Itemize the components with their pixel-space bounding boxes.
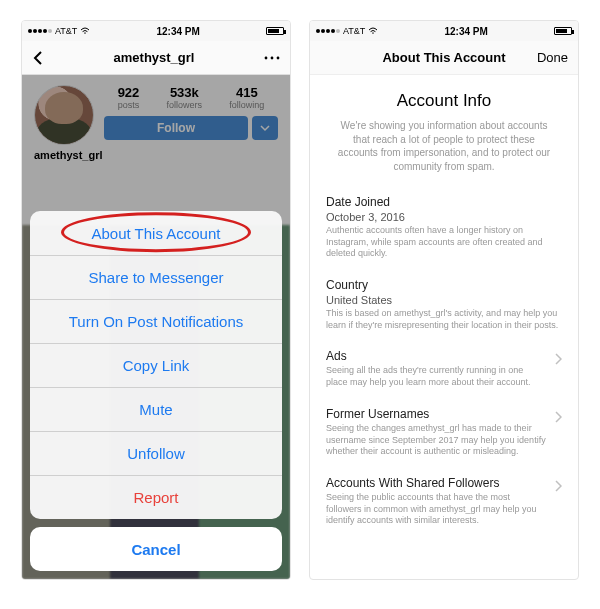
sheet-copy-link[interactable]: Copy Link — [30, 343, 282, 387]
sheet-unfollow[interactable]: Unfollow — [30, 431, 282, 475]
wifi-icon — [368, 27, 378, 35]
sheet-share-messenger[interactable]: Share to Messenger — [30, 255, 282, 299]
battery-icon — [266, 27, 284, 35]
phone-about: AT&T 12:34 PM About This Account Done Ac… — [309, 20, 579, 580]
sheet-about-account[interactable]: About This Account — [30, 211, 282, 255]
clock: 12:34 PM — [156, 26, 199, 37]
phone-profile: AT&T 12:34 PM amethyst_grl — [21, 20, 291, 580]
done-button[interactable]: Done — [537, 50, 568, 65]
svg-point-2 — [277, 56, 280, 59]
profile-nav: amethyst_grl — [22, 41, 290, 75]
chevron-right-icon — [555, 407, 562, 427]
chevron-right-icon — [555, 349, 562, 369]
sheet-cancel[interactable]: Cancel — [30, 527, 282, 571]
status-bar: AT&T 12:34 PM — [310, 21, 578, 41]
back-icon[interactable] — [32, 50, 44, 66]
about-nav: About This Account Done — [310, 41, 578, 75]
more-icon[interactable] — [264, 56, 280, 60]
sheet-report[interactable]: Report — [30, 475, 282, 519]
svg-point-1 — [271, 56, 274, 59]
clock: 12:34 PM — [444, 26, 487, 37]
account-info-header: Account Info — [326, 91, 562, 111]
info-ads-row[interactable]: Ads Seeing all the ads they're currently… — [326, 349, 562, 388]
carrier-label: AT&T — [343, 26, 365, 36]
profile-title: amethyst_grl — [114, 50, 195, 65]
svg-point-0 — [265, 56, 268, 59]
info-date-joined: Date Joined October 3, 2016 Authentic ac… — [326, 195, 562, 260]
battery-icon — [554, 27, 572, 35]
carrier-label: AT&T — [55, 26, 77, 36]
info-shared-followers-row[interactable]: Accounts With Shared Followers Seeing th… — [326, 476, 562, 527]
action-sheet: About This Account Share to Messenger Tu… — [30, 211, 282, 571]
account-info-subtitle: We're showing you information about acco… — [326, 119, 562, 173]
info-country: Country United States This is based on a… — [326, 278, 562, 331]
about-nav-title: About This Account — [382, 50, 505, 65]
info-former-usernames-row[interactable]: Former Usernames Seeing the changes amet… — [326, 407, 562, 458]
chevron-right-icon — [555, 476, 562, 496]
status-bar: AT&T 12:34 PM — [22, 21, 290, 41]
sheet-post-notifications[interactable]: Turn On Post Notifications — [30, 299, 282, 343]
sheet-mute[interactable]: Mute — [30, 387, 282, 431]
wifi-icon — [80, 27, 90, 35]
